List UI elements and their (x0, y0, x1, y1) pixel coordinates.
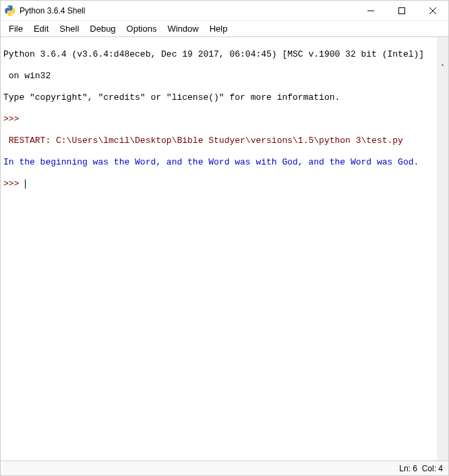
menubar: File Edit Shell Debug Options Window Hel… (1, 21, 448, 37)
status-line: Ln: 6 (399, 464, 417, 473)
window-controls (355, 1, 448, 20)
menu-edit[interactable]: Edit (28, 22, 54, 35)
menu-file[interactable]: File (3, 22, 28, 35)
maximize-button[interactable] (386, 1, 417, 20)
python-icon (5, 5, 16, 16)
text-cursor (25, 179, 26, 189)
titlebar: Python 3.6.4 Shell (1, 1, 448, 21)
vertical-scrollbar[interactable]: ▴ (437, 37, 448, 460)
banner-line: on win32 (3, 71, 446, 82)
banner-line: Python 3.6.4 (v3.6.4:d48eceb, Dec 19 201… (3, 49, 446, 60)
prompt: >>> (3, 114, 24, 124)
window-title: Python 3.6.4 Shell (20, 6, 355, 16)
svg-rect-1 (399, 7, 405, 13)
shell-text-area[interactable]: Python 3.6.4 (v3.6.4:d48eceb, Dec 19 201… (1, 37, 448, 460)
prompt: >>> (3, 179, 24, 189)
status-col: Col: 4 (422, 464, 443, 473)
output-line: In the beginning was the Word, and the W… (3, 157, 419, 167)
scroll-up-arrow[interactable]: ▴ (437, 59, 448, 70)
banner-line: Type "copyright", "credits" or "license(… (3, 92, 446, 103)
restart-line: RESTART: C:\Users\lmcil\Desktop\Bible St… (3, 136, 409, 146)
menu-options[interactable]: Options (121, 22, 162, 35)
menu-debug[interactable]: Debug (84, 22, 121, 35)
menu-window[interactable]: Window (162, 22, 204, 35)
menu-help[interactable]: Help (204, 22, 233, 35)
close-button[interactable] (417, 1, 448, 20)
menu-shell[interactable]: Shell (54, 22, 84, 35)
minimize-button[interactable] (355, 1, 386, 20)
statusbar: Ln: 6 Col: 4 (1, 460, 448, 475)
